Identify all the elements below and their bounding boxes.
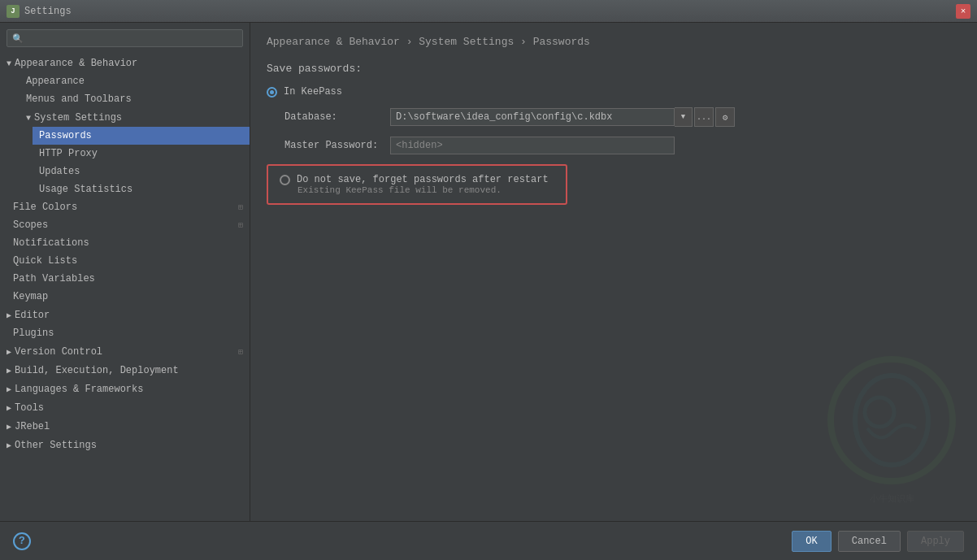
chevron-right-icon: ▶ — [7, 366, 11, 376]
radio-no-save[interactable] — [280, 175, 290, 185]
radio-keepass[interactable] — [267, 87, 277, 98]
chevron-right-icon: ▶ — [7, 403, 11, 413]
sidebar-item-quick-lists[interactable]: Quick Lists — [0, 252, 250, 270]
sidebar-item-version-control[interactable]: ▶ Version Control ⊞ — [0, 342, 250, 361]
chevron-down-icon: ▼ — [681, 113, 685, 121]
cancel-button[interactable]: Cancel — [838, 531, 901, 552]
search-icon: 🔍 — [12, 33, 24, 44]
gear-icon: ⚙ — [723, 112, 728, 123]
chevron-right-icon: ▶ — [7, 422, 11, 432]
bottom-left: ? — [13, 532, 31, 550]
option-no-save-inner: Do not save, forget passwords after rest… — [280, 174, 554, 185]
sidebar-item-updates[interactable]: Updates — [33, 163, 250, 180]
option-no-save-box: Do not save, forget passwords after rest… — [267, 164, 567, 205]
chevron-right-icon: ▶ — [7, 310, 11, 320]
titlebar: J Settings × — [0, 0, 977, 23]
chevron-right-icon: ▶ — [7, 384, 11, 394]
version-control-icon: ⊞ — [238, 347, 243, 357]
sidebar-item-plugins[interactable]: Plugins — [0, 324, 250, 342]
sidebar-item-tools[interactable]: ▶ Tools — [0, 398, 250, 417]
apply-button[interactable]: Apply — [907, 531, 964, 552]
dots-button[interactable]: ... — [694, 107, 714, 127]
dots-icon: ... — [697, 113, 711, 122]
master-password-field-row: Master Password: — [284, 137, 961, 154]
option-keepass-label: In KeePass — [284, 86, 342, 98]
sidebar-item-appearance-behavior[interactable]: ▼ Appearance & Behavior — [0, 54, 250, 72]
sidebar-group-label: Appearance & Behavior — [15, 58, 137, 69]
sidebar-item-usage-statistics[interactable]: Usage Statistics — [33, 180, 250, 198]
sidebar: 🔍 ▼ Appearance & Behavior Appearance Men… — [0, 23, 250, 521]
help-icon: ? — [19, 535, 25, 547]
chevron-down-icon: ▼ — [26, 114, 31, 123]
sidebar-item-other-settings[interactable]: ▶ Other Settings — [0, 436, 250, 454]
database-input[interactable] — [390, 108, 675, 126]
sidebar-item-passwords[interactable]: Passwords — [33, 127, 250, 145]
sidebar-system-settings-label: System Settings — [34, 112, 122, 124]
scopes-icon: ⊞ — [238, 220, 243, 230]
watermark: 小牛知识库 — [823, 351, 961, 505]
sidebar-item-notifications[interactable]: Notifications — [0, 234, 250, 252]
window-title: Settings — [24, 6, 72, 17]
close-button[interactable]: × — [956, 4, 970, 19]
search-box[interactable]: 🔍 — [7, 29, 243, 47]
main-container: 🔍 ▼ Appearance & Behavior Appearance Men… — [0, 23, 977, 521]
option-no-save-label: Do not save, forget passwords after rest… — [297, 174, 549, 185]
sidebar-item-editor[interactable]: ▶ Editor — [0, 306, 250, 324]
option-no-save-subtext: Existing KeePass file will be removed. — [297, 185, 554, 195]
dropdown-button[interactable]: ▼ — [675, 107, 693, 127]
sidebar-item-keymap[interactable]: Keymap — [0, 288, 250, 306]
content-area: Appearance & Behavior › System Settings … — [250, 23, 977, 521]
close-icon: × — [961, 7, 966, 16]
sidebar-item-jrebel[interactable]: ▶ JRebel — [0, 417, 250, 436]
sidebar-item-file-colors[interactable]: File Colors ⊞ — [0, 198, 250, 216]
chevron-right-icon: ▶ — [7, 441, 11, 450]
sidebar-item-scopes[interactable]: Scopes ⊞ — [0, 216, 250, 234]
breadcrumb: Appearance & Behavior › System Settings … — [267, 36, 961, 48]
master-password-input[interactable] — [390, 137, 675, 154]
sidebar-appearance-sub: Appearance Menus and Toolbars ▼ System S… — [0, 72, 250, 198]
sidebar-system-settings-sub: Passwords HTTP Proxy Updates Usage Stati… — [20, 127, 250, 198]
save-passwords-label: Save passwords: — [267, 63, 961, 75]
bottom-right: OK Cancel Apply — [792, 531, 964, 552]
sidebar-item-menus-toolbars[interactable]: Menus and Toolbars — [20, 90, 250, 108]
sidebar-item-path-variables[interactable]: Path Variables — [0, 270, 250, 288]
app-icon: J — [7, 5, 20, 18]
search-input[interactable] — [27, 33, 237, 44]
file-colors-icon: ⊞ — [238, 202, 243, 212]
help-button[interactable]: ? — [13, 532, 31, 550]
database-label: Database: — [284, 111, 390, 123]
chevron-down-icon: ▼ — [7, 59, 11, 68]
master-password-label: Master Password: — [284, 140, 390, 151]
svg-point-2 — [865, 397, 894, 427]
sidebar-item-build-execution[interactable]: ▶ Build, Execution, Deployment — [0, 361, 250, 380]
sidebar-item-system-settings[interactable]: ▼ System Settings — [20, 108, 250, 127]
chevron-right-icon: ▶ — [7, 347, 11, 357]
watermark-svg — [823, 351, 961, 489]
database-field-row: Database: ▼ ... ⚙ — [284, 107, 961, 127]
bottom-bar: ? OK Cancel Apply — [0, 521, 977, 560]
sidebar-item-http-proxy[interactable]: HTTP Proxy — [33, 145, 250, 163]
sidebar-item-languages-frameworks[interactable]: ▶ Languages & Frameworks — [0, 380, 250, 398]
gear-button[interactable]: ⚙ — [715, 107, 735, 127]
ok-button[interactable]: OK — [792, 531, 831, 552]
option-keepass-row: In KeePass — [267, 86, 961, 98]
sidebar-item-appearance[interactable]: Appearance — [20, 72, 250, 90]
